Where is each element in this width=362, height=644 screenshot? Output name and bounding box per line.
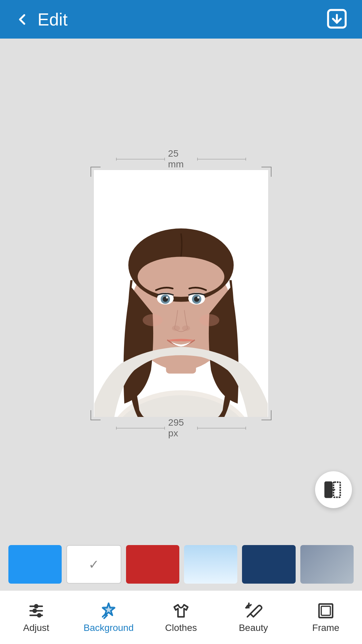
svg-line-37 <box>250 605 251 606</box>
compare-button[interactable] <box>315 471 352 508</box>
person-photo <box>94 170 268 417</box>
adjust-icon <box>27 602 45 620</box>
svg-point-32 <box>38 614 41 617</box>
svg-point-26 <box>35 605 38 608</box>
compare-icon <box>323 480 344 500</box>
svg-point-16 <box>197 297 199 299</box>
header-left: Edit <box>13 9 68 30</box>
nav-item-beauty[interactable]: Beauty <box>223 602 284 633</box>
svg-point-15 <box>166 297 168 299</box>
svg-rect-21 <box>325 482 332 497</box>
clothes-icon <box>172 602 190 620</box>
dim-bottom-label: 295 px <box>168 417 194 439</box>
page-title: Edit <box>38 9 68 30</box>
dim-bottom-line-right <box>197 428 246 428</box>
svg-point-29 <box>33 609 36 612</box>
svg-rect-39 <box>321 606 330 615</box>
swatch-lightblue[interactable] <box>184 545 237 584</box>
color-swatches: ✓ <box>0 538 362 590</box>
nav-item-adjust[interactable]: Adjust <box>6 602 66 633</box>
canvas-area: 25 mm 295 px 413 px 35 mm <box>0 39 362 538</box>
nav-item-frame[interactable]: Frame <box>296 602 356 633</box>
dim-line-right <box>197 159 246 159</box>
dimension-bottom: 295 px <box>116 417 246 439</box>
swatch-darkblue[interactable] <box>242 545 295 584</box>
svg-point-17 <box>172 325 180 331</box>
svg-point-19 <box>143 314 163 326</box>
photo-wrapper: 25 mm 295 px 413 px 35 mm <box>90 167 272 420</box>
bottom-nav: Adjust Background Clothes Beauty <box>0 590 362 644</box>
svg-point-20 <box>199 314 220 326</box>
adjust-label: Adjust <box>23 623 49 633</box>
selected-checkmark: ✓ <box>88 557 99 572</box>
photo-inner <box>94 170 268 417</box>
beauty-icon <box>244 602 262 620</box>
svg-point-18 <box>182 325 190 331</box>
svg-point-8 <box>138 257 225 297</box>
swatch-white[interactable]: ✓ <box>66 545 121 584</box>
svg-marker-34 <box>103 603 114 614</box>
app-header: Edit <box>0 0 362 39</box>
frame-label: Frame <box>312 623 340 633</box>
clothes-label: Clothes <box>165 623 197 633</box>
swatch-blue[interactable] <box>8 545 62 584</box>
dim-bottom-line-left <box>116 428 165 428</box>
frame-icon <box>317 602 335 620</box>
beauty-label: Beauty <box>239 623 268 633</box>
photo-frame <box>90 167 272 420</box>
background-label: Background <box>83 623 133 633</box>
nav-item-clothes[interactable]: Clothes <box>151 602 211 633</box>
download-button[interactable] <box>325 7 349 32</box>
dim-line-left <box>116 159 165 159</box>
background-icon <box>100 602 118 620</box>
back-button[interactable] <box>13 11 31 28</box>
nav-item-background[interactable]: Background <box>78 602 139 633</box>
swatch-grayblue[interactable] <box>300 545 354 584</box>
swatch-red[interactable] <box>126 545 179 584</box>
